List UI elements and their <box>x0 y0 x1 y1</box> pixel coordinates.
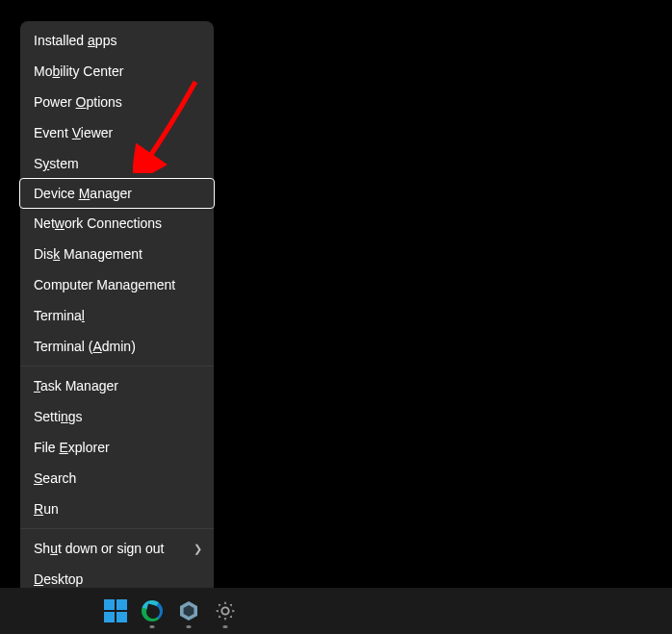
menu-item-accelerator: S <box>34 470 42 486</box>
menu-item-accelerator: T <box>34 378 40 393</box>
menu-item-text-post: xplorer <box>68 440 110 455</box>
menu-item-text-post: stem <box>49 156 78 171</box>
menu-item-accelerator: l <box>82 308 85 323</box>
menu-item-text-pre: Termina <box>34 308 82 323</box>
menu-item-text-post: gs <box>68 409 83 424</box>
menu-item-accelerator: R <box>34 501 43 517</box>
menu-item-accelerator: w <box>55 216 65 231</box>
settings-gear-icon[interactable] <box>214 599 237 622</box>
menu-item-accelerator: M <box>79 186 90 201</box>
menu-item-text-pre: Setti <box>34 409 61 424</box>
menu-item-accelerator: D <box>34 571 43 587</box>
svg-point-0 <box>221 607 228 614</box>
menu-item-text-post: t down or sign out <box>58 541 165 556</box>
menu-item-text-post: earch <box>42 470 76 486</box>
menu-item-text-post: un <box>43 501 59 517</box>
menu-item-accelerator: A <box>92 339 101 354</box>
menu-item-settings[interactable]: Settings <box>20 401 214 432</box>
menu-item-installed-apps[interactable]: Installed apps <box>20 25 214 56</box>
menu-item-system[interactable]: System <box>20 148 214 179</box>
menu-item-text-pre: Power <box>34 94 76 110</box>
menu-item-text-pre: Computer Mana <box>34 277 130 292</box>
menu-item-accelerator: n <box>61 409 68 424</box>
winx-context-menu: Installed appsMobility CenterPower Optio… <box>20 21 214 598</box>
edge-icon[interactable] <box>141 599 164 622</box>
menu-item-text-post: ask Manager <box>40 378 118 393</box>
menu-item-computer-management[interactable]: Computer Management <box>20 269 214 300</box>
menu-item-text-pre: Event <box>34 125 72 140</box>
menu-item-accelerator: V <box>72 125 81 140</box>
menu-item-run[interactable]: Run <box>20 494 214 524</box>
menu-item-task-manager[interactable]: Task Manager <box>20 370 214 401</box>
chevron-right-icon: ❯ <box>194 540 202 557</box>
menu-separator <box>20 366 214 367</box>
menu-item-event-viewer[interactable]: Event Viewer <box>20 117 214 148</box>
menu-item-terminal[interactable]: Terminal <box>20 300 214 331</box>
menu-item-accelerator: E <box>59 440 67 455</box>
menu-item-text-post: ement <box>138 277 175 292</box>
menu-item-text-pre: Sh <box>34 541 50 556</box>
menu-item-power-options[interactable]: Power Options <box>20 87 214 117</box>
menu-item-text-post: ork Connections <box>65 216 162 231</box>
menu-item-text-post: pps <box>95 33 117 48</box>
menu-item-text-pre: File <box>34 440 59 455</box>
menu-item-text-pre: Device <box>34 186 79 201</box>
menu-item-accelerator: u <box>50 541 58 556</box>
menu-item-text-post: ptions <box>86 94 121 110</box>
menu-item-text-post: ility Center <box>60 63 123 79</box>
menu-item-text-post: Management <box>60 246 142 262</box>
menu-item-text-pre: S <box>34 156 42 171</box>
menu-item-disk-management[interactable]: Disk Management <box>20 239 214 269</box>
menu-item-terminal-admin[interactable]: Terminal (Admin) <box>20 331 214 362</box>
menu-item-text-post: iewer <box>81 125 113 140</box>
menu-item-accelerator: a <box>88 33 95 48</box>
menu-item-shut-down[interactable]: Shut down or sign out❯ <box>20 533 214 564</box>
menu-item-device-manager[interactable]: Device Manager <box>19 178 215 209</box>
menu-item-text-pre: Terminal ( <box>34 339 92 354</box>
menu-item-text-pre: Net <box>34 216 55 231</box>
menu-item-text-pre: Mo <box>34 63 52 79</box>
epic-icon[interactable] <box>177 599 200 622</box>
windows-start-icon[interactable] <box>104 599 127 622</box>
menu-item-text-post: anager <box>90 186 132 201</box>
menu-item-file-explorer[interactable]: File Explorer <box>20 432 214 463</box>
menu-item-text-post: dmin) <box>102 339 136 354</box>
menu-item-network-connections[interactable]: Network Connections <box>20 208 214 239</box>
menu-item-text-pre: Installed <box>34 33 88 48</box>
menu-item-search[interactable]: Search <box>20 463 214 494</box>
menu-item-mobility-center[interactable]: Mobility Center <box>20 56 214 87</box>
taskbar <box>0 588 672 634</box>
menu-item-text-post: esktop <box>43 571 83 587</box>
menu-separator <box>20 528 214 529</box>
menu-item-accelerator: O <box>76 94 87 110</box>
menu-item-text-pre: Dis <box>34 246 53 262</box>
